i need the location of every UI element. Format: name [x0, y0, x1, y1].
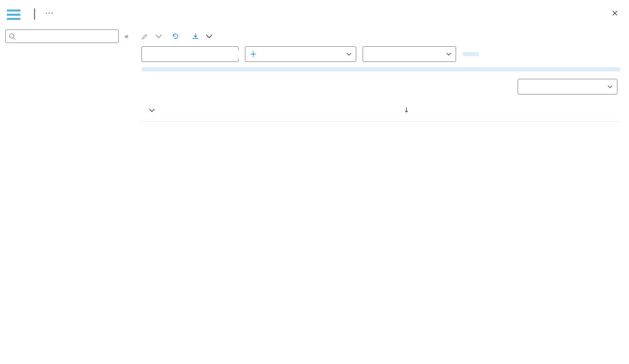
more-icon[interactable]: ⋯ — [45, 8, 53, 18]
table-header: ↓ — [138, 101, 621, 122]
collapse-sidebar-icon[interactable]: « — [124, 32, 129, 40]
col-usage[interactable]: ↓ — [400, 106, 506, 114]
svg-point-3 — [9, 34, 14, 38]
filter-row — [138, 46, 621, 67]
expand-all-icon[interactable] — [141, 107, 162, 113]
chevron-down-icon — [446, 51, 451, 57]
networking-icon — [250, 50, 257, 58]
download-icon — [192, 33, 199, 40]
chevron-down-icon — [205, 33, 213, 40]
quota-table: ↓ — [138, 101, 621, 122]
pen-icon — [141, 33, 149, 40]
sidebar-search-input[interactable] — [16, 33, 115, 40]
filter-search-input[interactable] — [150, 50, 240, 58]
filter-search[interactable] — [141, 46, 239, 62]
service-icon — [5, 6, 22, 23]
svg-rect-1 — [7, 14, 20, 16]
sidebar-search[interactable] — [5, 29, 119, 43]
filter-provider[interactable] — [245, 46, 356, 62]
close-icon[interactable]: ✕ — [610, 6, 621, 20]
chevron-down-icon — [155, 33, 162, 40]
usage-chip[interactable] — [141, 67, 621, 71]
region-chip[interactable] — [462, 52, 479, 56]
title-bar: | ⋯ ✕ — [0, 0, 629, 26]
groupby-select[interactable] — [518, 79, 617, 95]
svg-line-4 — [14, 37, 16, 39]
svg-rect-0 — [7, 9, 20, 12]
content: ↓ — [134, 26, 629, 359]
request-increase-button — [141, 33, 162, 40]
sort-down-icon: ↓ — [404, 106, 409, 114]
svg-rect-2 — [7, 18, 20, 20]
toolbar — [138, 26, 621, 46]
sidebar: « — [0, 26, 134, 359]
refresh-icon — [172, 33, 179, 40]
search-icon — [9, 33, 16, 40]
download-button[interactable] — [192, 33, 213, 40]
chevron-down-icon — [346, 51, 352, 57]
refresh-button[interactable] — [172, 33, 182, 40]
title-separator: | — [33, 6, 36, 19]
title-texts: | ⋯ — [28, 6, 603, 19]
chevron-down-icon — [607, 84, 613, 89]
filter-subscription[interactable] — [363, 46, 456, 62]
svg-point-7 — [253, 54, 254, 55]
